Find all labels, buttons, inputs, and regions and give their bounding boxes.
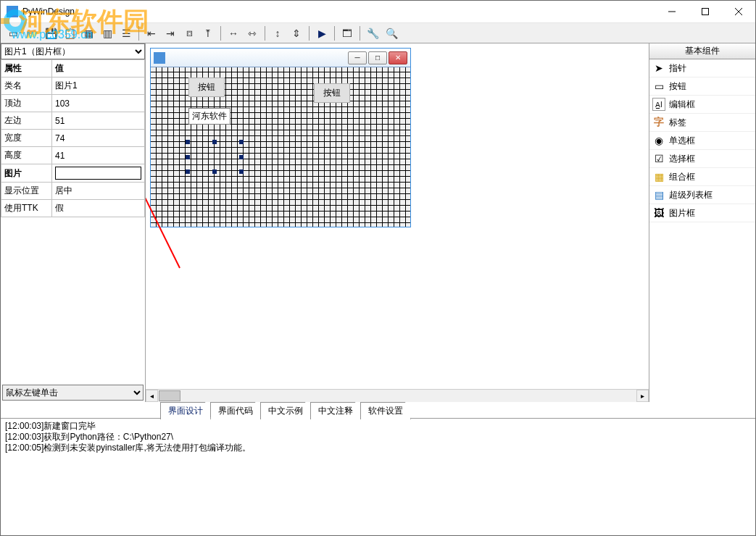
tab-example[interactable]: 中文示例 bbox=[260, 402, 311, 419]
form-close-button[interactable]: ✕ bbox=[389, 51, 407, 64]
toolbar-align-top[interactable]: ⤒ bbox=[199, 25, 217, 42]
prop-row: 类名图片1 bbox=[1, 78, 145, 95]
selected-picturebox[interactable] bbox=[188, 142, 241, 172]
prop-value[interactable]: 居中 bbox=[52, 183, 145, 200]
label-icon: 字 bbox=[652, 116, 665, 129]
toolbar-sep-2 bbox=[220, 26, 221, 41]
prop-value[interactable]: 103 bbox=[52, 95, 145, 112]
component-selector[interactable]: 图片1（图片框） bbox=[1, 43, 145, 59]
prop-image-input[interactable] bbox=[55, 167, 141, 180]
prop-value[interactable]: 41 bbox=[52, 147, 145, 164]
prop-header-value: 值 bbox=[52, 60, 145, 78]
toolbar-run[interactable]: ▶ bbox=[313, 25, 331, 42]
toolbar-tool1[interactable]: 🔧 bbox=[364, 25, 381, 42]
palette-item-check[interactable]: ☑选择框 bbox=[649, 150, 755, 168]
minimize-icon bbox=[668, 8, 676, 15]
prop-value[interactable]: 51 bbox=[52, 112, 145, 130]
palette-item-listview[interactable]: ▤超级列表框 bbox=[649, 186, 755, 204]
canvas-scroll: ─ □ ✕ 按钮 按钮 河东软件 bbox=[146, 43, 649, 389]
prop-key: 高度 bbox=[1, 147, 52, 164]
tab-settings[interactable]: 软件设置 bbox=[360, 402, 411, 419]
main-area: 图片1（图片框） 属性 值 类名图片1 顶边103 左边51 宽度74 高度41… bbox=[1, 43, 755, 402]
palette-label: 指针 bbox=[669, 62, 686, 75]
palette-item-button[interactable]: ▭按钮 bbox=[649, 78, 755, 96]
design-button-2[interactable]: 按钮 bbox=[314, 83, 350, 103]
scroll-right-arrow[interactable]: ▸ bbox=[636, 390, 649, 402]
check-icon: ☑ bbox=[652, 152, 665, 165]
title-bar: PyWinDesign bbox=[1, 1, 755, 23]
palette-label: 组合框 bbox=[669, 171, 695, 183]
resize-handle-sw[interactable] bbox=[186, 169, 190, 174]
toolbar-grid2[interactable]: ▥ bbox=[99, 25, 116, 42]
prop-value[interactable] bbox=[52, 164, 145, 183]
toolbar-align-right[interactable]: ⇥ bbox=[162, 25, 179, 42]
toolbar-dist-h1[interactable]: ↔ bbox=[225, 25, 242, 42]
toolbar-new[interactable]: ▭ bbox=[4, 25, 22, 42]
listview-icon: ▤ bbox=[652, 188, 665, 201]
palette-item-combo[interactable]: ▦组合框 bbox=[649, 168, 755, 186]
palette-label: 超级列表框 bbox=[669, 189, 713, 201]
prop-row: 图片 bbox=[1, 164, 145, 183]
tab-code[interactable]: 界面代码 bbox=[210, 402, 261, 419]
radio-icon: ◉ bbox=[652, 134, 665, 147]
design-form[interactable]: ─ □ ✕ 按钮 按钮 河东软件 bbox=[150, 48, 411, 227]
palette-label: 单选框 bbox=[669, 135, 695, 147]
prop-value[interactable]: 74 bbox=[52, 130, 145, 147]
prop-row: 顶边103 bbox=[1, 95, 145, 112]
toolbar-dist-v1[interactable]: ↕ bbox=[269, 25, 286, 42]
toolbar-sep-4 bbox=[309, 26, 310, 41]
scroll-left-arrow[interactable]: ◂ bbox=[146, 390, 158, 402]
palette-label: 按钮 bbox=[669, 80, 686, 93]
maximize-button[interactable] bbox=[689, 1, 722, 22]
toolbar-dist-v2[interactable]: ⇕ bbox=[288, 25, 305, 42]
maximize-icon bbox=[702, 8, 709, 15]
scroll-thumb[interactable] bbox=[159, 390, 180, 401]
toolbar-layout[interactable]: 🗔 bbox=[338, 25, 356, 42]
palette-item-entry[interactable]: A̲I编辑框 bbox=[649, 96, 755, 114]
resize-handle-se[interactable] bbox=[239, 169, 244, 174]
horizontal-scrollbar[interactable]: ◂ ▸ bbox=[146, 389, 649, 402]
toolbar-grid1[interactable]: ▦ bbox=[80, 25, 97, 42]
design-entry-1[interactable]: 河东软件 bbox=[188, 108, 230, 125]
minimize-button[interactable] bbox=[655, 1, 689, 22]
prop-value[interactable]: 图片1 bbox=[52, 78, 145, 95]
pointer-icon: ➤ bbox=[652, 62, 665, 75]
form-maximize-button[interactable]: □ bbox=[368, 51, 387, 64]
palette-label: 标签 bbox=[669, 117, 686, 129]
palette-item-picture[interactable]: 🖼图片框 bbox=[649, 204, 755, 222]
design-form-body[interactable]: 按钮 按钮 河东软件 bbox=[151, 67, 410, 227]
form-minimize-button[interactable]: ─ bbox=[348, 51, 367, 64]
tab-comment[interactable]: 中文注释 bbox=[310, 402, 361, 419]
design-canvas[interactable]: ─ □ ✕ 按钮 按钮 河东软件 bbox=[146, 43, 649, 402]
toolbar-open[interactable]: 📂 bbox=[23, 25, 41, 42]
toolbar-grid3[interactable]: ☰ bbox=[117, 25, 135, 42]
resize-handle-e[interactable] bbox=[239, 155, 244, 159]
design-button-1[interactable]: 按钮 bbox=[188, 78, 225, 97]
palette-header: 基本组件 bbox=[649, 43, 755, 59]
palette-item-label[interactable]: 字标签 bbox=[649, 114, 755, 132]
form-icon bbox=[154, 52, 165, 64]
resize-handle-n[interactable] bbox=[212, 140, 217, 144]
toolbar-align-center-h[interactable]: ⧈ bbox=[180, 25, 198, 42]
toolbar-save[interactable]: 💾 bbox=[42, 25, 59, 42]
resize-handle-w[interactable] bbox=[186, 155, 190, 159]
log-panel[interactable]: [12:00:03]新建窗口完毕 [12:00:03]获取到Python路径：C… bbox=[1, 418, 755, 529]
close-icon bbox=[735, 8, 742, 15]
palette-item-radio[interactable]: ◉单选框 bbox=[649, 132, 755, 150]
event-selector[interactable]: 鼠标左键单击 bbox=[2, 385, 144, 401]
window-title: PyWinDesign bbox=[22, 7, 655, 17]
resize-handle-nw[interactable] bbox=[186, 140, 190, 144]
design-form-titlebar[interactable]: ─ □ ✕ bbox=[151, 49, 410, 67]
prop-key: 左边 bbox=[1, 112, 52, 130]
prop-value[interactable]: 假 bbox=[52, 200, 145, 217]
resize-handle-s[interactable] bbox=[212, 169, 217, 174]
toolbar-copy[interactable]: 📋 bbox=[61, 25, 78, 42]
palette-item-pointer[interactable]: ➤指针 bbox=[649, 59, 755, 78]
prop-row: 显示位置居中 bbox=[1, 183, 145, 200]
toolbar-tool2[interactable]: 🔍 bbox=[383, 25, 400, 42]
tab-design[interactable]: 界面设计 bbox=[160, 402, 211, 419]
close-button[interactable] bbox=[722, 1, 755, 22]
resize-handle-ne[interactable] bbox=[239, 140, 244, 144]
toolbar-dist-h2[interactable]: ⇿ bbox=[244, 25, 261, 42]
toolbar-align-left[interactable]: ⇤ bbox=[143, 25, 160, 42]
